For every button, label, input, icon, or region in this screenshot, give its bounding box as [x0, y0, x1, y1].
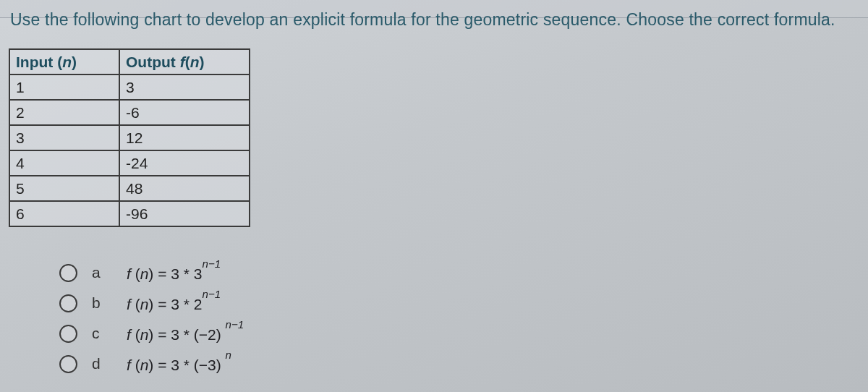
table-row: 6 -96: [9, 201, 250, 226]
io-table: Input (n) Output f(n) 1 3 2 -6 3: [9, 48, 250, 227]
radio-icon[interactable]: [59, 325, 77, 343]
cell-fn: -6: [119, 100, 250, 125]
hdr-output-f: f: [180, 54, 185, 70]
option-letter: a: [77, 264, 127, 281]
table-row: 1 3: [9, 74, 250, 100]
hdr-input-suffix: ): [72, 54, 77, 70]
hdr-output-paren2: ): [199, 54, 204, 70]
cell-n: 3: [9, 125, 119, 150]
radio-icon[interactable]: [59, 355, 77, 373]
hdr-output-n: n: [190, 54, 200, 70]
option-letter: d: [77, 355, 127, 372]
table-header-input: Input (n): [9, 49, 119, 74]
cell-n: 4: [9, 150, 119, 176]
cell-n: 1: [9, 74, 119, 100]
question-text: Use the following chart to develop an ex…: [9, 7, 859, 33]
cell-n: 5: [9, 176, 119, 201]
hdr-input-n: n: [62, 54, 72, 70]
option-letter: c: [77, 325, 127, 342]
hdr-output-paren: (: [185, 54, 190, 70]
hdr-output-prefix: Output: [126, 54, 180, 70]
option-c[interactable]: c f (n) = 3 * (−2) n−1: [59, 318, 859, 349]
table-header-output: Output f(n): [119, 49, 250, 74]
option-formula: f (n) = 3 * 2n−1: [127, 294, 221, 313]
hdr-input-prefix: Input (: [16, 54, 62, 70]
cell-fn: -96: [119, 201, 250, 226]
cell-fn: -24: [119, 150, 250, 176]
cell-n: 6: [9, 201, 119, 226]
cell-fn: 12: [119, 125, 250, 150]
option-b[interactable]: b f (n) = 3 * 2n−1: [59, 288, 859, 318]
table-row: 2 -6: [9, 100, 250, 125]
io-table-wrap: Input (n) Output f(n) 1 3 2 -6 3: [9, 48, 859, 227]
radio-icon[interactable]: [59, 294, 77, 312]
option-formula: f (n) = 3 * (−3) n: [127, 354, 231, 374]
option-a[interactable]: a f (n) = 3 * 3n−1: [59, 257, 859, 288]
cell-fn: 3: [119, 74, 250, 100]
option-letter: b: [77, 294, 127, 312]
option-formula: f (n) = 3 * 3n−1: [127, 263, 221, 283]
table-row: 4 -24: [9, 150, 250, 176]
cell-n: 2: [9, 100, 119, 125]
radio-icon[interactable]: [59, 264, 77, 282]
option-d[interactable]: d f (n) = 3 * (−3) n: [59, 349, 859, 379]
option-formula: f (n) = 3 * (−2) n−1: [127, 324, 244, 344]
table-row: 3 12: [9, 125, 250, 150]
cell-fn: 48: [119, 176, 250, 201]
table-row: 5 48: [9, 176, 250, 201]
options-group: a f (n) = 3 * 3n−1 b f (n) = 3 * 2n−1 c …: [59, 257, 859, 379]
